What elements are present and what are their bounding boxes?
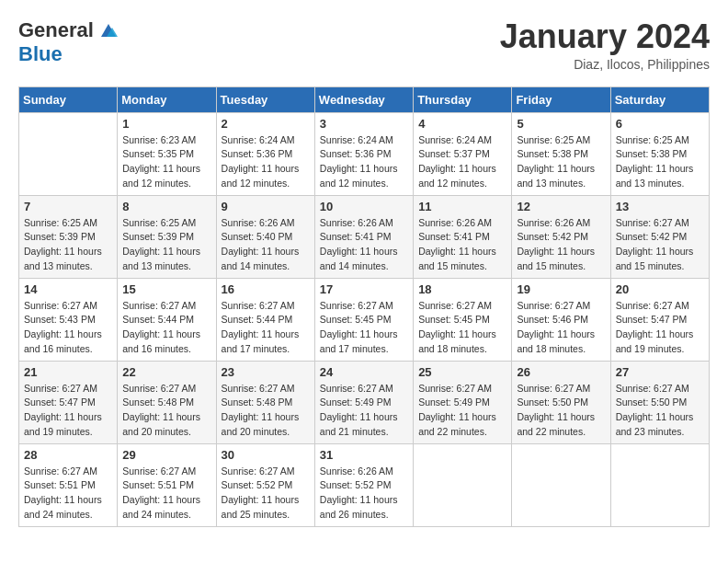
day-number: 9 [222,200,310,213]
weekday-header: Saturday [610,86,709,112]
day-number: 14 [24,282,112,296]
day-number: 11 [418,200,506,213]
day-info: Sunrise: 6:25 AMSunset: 5:38 PMDaylight:… [517,133,605,191]
calendar-day-cell: 31Sunrise: 6:26 AMSunset: 5:52 PMDayligh… [314,443,413,526]
day-info: Sunrise: 6:27 AMSunset: 5:46 PMDaylight:… [517,299,605,357]
weekday-header: Friday [512,86,610,112]
calendar-day-cell: 7Sunrise: 6:25 AMSunset: 5:39 PMDaylight… [19,195,118,278]
calendar-day-cell: 11Sunrise: 6:26 AMSunset: 5:41 PMDayligh… [414,195,512,278]
day-info: Sunrise: 6:26 AMSunset: 5:52 PMDaylight:… [320,465,408,523]
weekday-header: Wednesday [314,86,413,112]
calendar-day-cell [414,443,512,526]
day-number: 8 [122,200,210,213]
calendar-day-cell: 17Sunrise: 6:27 AMSunset: 5:45 PMDayligh… [314,278,413,361]
day-number: 23 [222,365,310,379]
day-number: 3 [320,117,408,131]
day-number: 7 [24,200,112,213]
logo-icon [97,20,118,40]
calendar-day-cell: 13Sunrise: 6:27 AMSunset: 5:42 PMDayligh… [610,195,709,278]
weekday-header: Tuesday [216,86,314,112]
weekday-header: Monday [118,86,216,112]
location-subtitle: Diaz, Ilocos, Philippines [500,57,710,72]
day-number: 31 [320,448,408,462]
day-info: Sunrise: 6:27 AMSunset: 5:44 PMDaylight:… [222,299,310,357]
calendar-day-cell: 30Sunrise: 6:27 AMSunset: 5:52 PMDayligh… [216,443,314,526]
calendar-week-row: 7Sunrise: 6:25 AMSunset: 5:39 PMDaylight… [19,195,710,278]
calendar-week-row: 21Sunrise: 6:27 AMSunset: 5:47 PMDayligh… [19,361,710,443]
day-number: 6 [616,117,704,131]
day-info: Sunrise: 6:25 AMSunset: 5:38 PMDaylight:… [616,133,704,191]
calendar-day-cell: 23Sunrise: 6:27 AMSunset: 5:48 PMDayligh… [216,361,314,443]
day-info: Sunrise: 6:26 AMSunset: 5:41 PMDaylight:… [320,216,408,274]
day-number: 15 [122,282,210,296]
day-info: Sunrise: 6:25 AMSunset: 5:39 PMDaylight:… [122,216,210,274]
calendar-day-cell: 4Sunrise: 6:24 AMSunset: 5:37 PMDaylight… [414,112,512,195]
calendar-day-cell: 27Sunrise: 6:27 AMSunset: 5:50 PMDayligh… [610,361,709,443]
day-number: 10 [320,200,408,213]
day-info: Sunrise: 6:27 AMSunset: 5:43 PMDaylight:… [24,299,112,357]
calendar-day-cell [19,112,118,195]
day-number: 20 [616,282,704,296]
day-info: Sunrise: 6:25 AMSunset: 5:39 PMDaylight:… [24,216,112,274]
logo-general-text: General [18,18,94,42]
calendar-day-cell: 20Sunrise: 6:27 AMSunset: 5:47 PMDayligh… [610,278,709,361]
day-info: Sunrise: 6:27 AMSunset: 5:51 PMDaylight:… [24,465,112,523]
calendar-day-cell: 19Sunrise: 6:27 AMSunset: 5:46 PMDayligh… [512,278,610,361]
calendar-day-cell [512,443,610,526]
day-info: Sunrise: 6:27 AMSunset: 5:42 PMDaylight:… [616,216,704,274]
day-info: Sunrise: 6:27 AMSunset: 5:48 PMDaylight:… [222,382,310,440]
day-info: Sunrise: 6:27 AMSunset: 5:47 PMDaylight:… [24,382,112,440]
day-number: 5 [517,117,605,131]
calendar-day-cell: 28Sunrise: 6:27 AMSunset: 5:51 PMDayligh… [19,443,118,526]
logo-blue-text: Blue [18,42,63,66]
day-info: Sunrise: 6:27 AMSunset: 5:50 PMDaylight:… [616,382,704,440]
day-info: Sunrise: 6:27 AMSunset: 5:51 PMDaylight:… [122,465,210,523]
calendar-header-row: SundayMondayTuesdayWednesdayThursdayFrid… [19,86,710,112]
day-info: Sunrise: 6:24 AMSunset: 5:36 PMDaylight:… [222,133,310,191]
day-info: Sunrise: 6:27 AMSunset: 5:45 PMDaylight:… [418,299,506,357]
calendar-day-cell: 22Sunrise: 6:27 AMSunset: 5:48 PMDayligh… [118,361,216,443]
calendar-day-cell: 18Sunrise: 6:27 AMSunset: 5:45 PMDayligh… [414,278,512,361]
day-number: 22 [122,365,210,379]
calendar-day-cell: 10Sunrise: 6:26 AMSunset: 5:41 PMDayligh… [314,195,413,278]
calendar-day-cell: 15Sunrise: 6:27 AMSunset: 5:44 PMDayligh… [118,278,216,361]
calendar-week-row: 14Sunrise: 6:27 AMSunset: 5:43 PMDayligh… [19,278,710,361]
calendar-day-cell: 1Sunrise: 6:23 AMSunset: 5:35 PMDaylight… [118,112,216,195]
day-number: 27 [616,365,704,379]
day-number: 25 [418,365,506,379]
day-info: Sunrise: 6:27 AMSunset: 5:49 PMDaylight:… [320,382,408,440]
calendar-day-cell: 6Sunrise: 6:25 AMSunset: 5:38 PMDaylight… [610,112,709,195]
calendar-day-cell [610,443,709,526]
day-info: Sunrise: 6:26 AMSunset: 5:41 PMDaylight:… [418,216,506,274]
weekday-header: Thursday [414,86,512,112]
day-number: 29 [122,448,210,462]
day-number: 12 [517,200,605,213]
day-info: Sunrise: 6:27 AMSunset: 5:48 PMDaylight:… [122,382,210,440]
calendar-day-cell: 12Sunrise: 6:26 AMSunset: 5:42 PMDayligh… [512,195,610,278]
logo: General Blue [18,18,118,66]
calendar-day-cell: 21Sunrise: 6:27 AMSunset: 5:47 PMDayligh… [19,361,118,443]
day-info: Sunrise: 6:27 AMSunset: 5:45 PMDaylight:… [320,299,408,357]
weekday-header: Sunday [19,86,118,112]
day-number: 21 [24,365,112,379]
calendar-day-cell: 16Sunrise: 6:27 AMSunset: 5:44 PMDayligh… [216,278,314,361]
calendar-day-cell: 29Sunrise: 6:27 AMSunset: 5:51 PMDayligh… [118,443,216,526]
day-number: 2 [222,117,310,131]
calendar-day-cell: 3Sunrise: 6:24 AMSunset: 5:36 PMDaylight… [314,112,413,195]
day-number: 18 [418,282,506,296]
title-block: January 2024 Diaz, Ilocos, Philippines [500,18,710,72]
day-info: Sunrise: 6:27 AMSunset: 5:47 PMDaylight:… [616,299,704,357]
day-info: Sunrise: 6:24 AMSunset: 5:36 PMDaylight:… [320,133,408,191]
day-info: Sunrise: 6:27 AMSunset: 5:52 PMDaylight:… [222,465,310,523]
day-info: Sunrise: 6:23 AMSunset: 5:35 PMDaylight:… [122,133,210,191]
day-number: 30 [222,448,310,462]
day-number: 26 [517,365,605,379]
calendar-day-cell: 8Sunrise: 6:25 AMSunset: 5:39 PMDaylight… [118,195,216,278]
calendar-day-cell: 5Sunrise: 6:25 AMSunset: 5:38 PMDaylight… [512,112,610,195]
day-info: Sunrise: 6:27 AMSunset: 5:50 PMDaylight:… [517,382,605,440]
day-number: 28 [24,448,112,462]
day-number: 4 [418,117,506,131]
day-info: Sunrise: 6:24 AMSunset: 5:37 PMDaylight:… [418,133,506,191]
calendar-day-cell: 26Sunrise: 6:27 AMSunset: 5:50 PMDayligh… [512,361,610,443]
calendar-day-cell: 14Sunrise: 6:27 AMSunset: 5:43 PMDayligh… [19,278,118,361]
